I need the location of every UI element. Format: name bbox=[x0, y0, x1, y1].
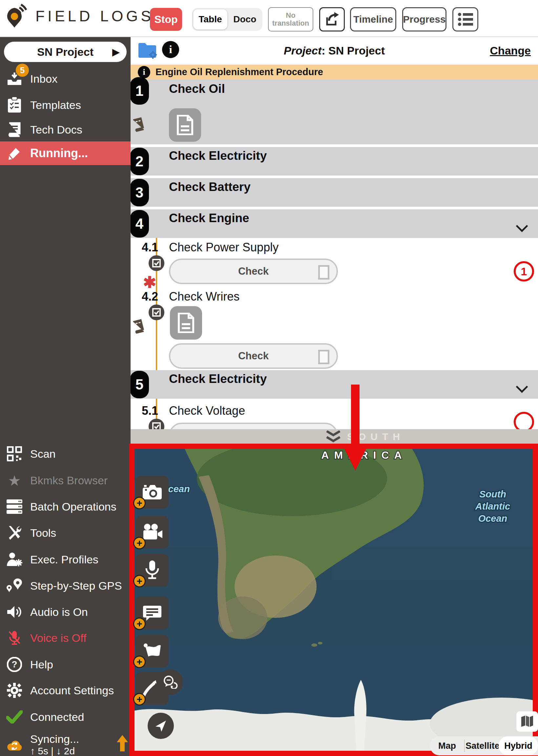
add-audio-button[interactable]: + bbox=[136, 554, 169, 587]
map-canvas[interactable]: AMERICA South Atlantic Ocean Ocean bbox=[134, 449, 533, 751]
substep-title: Check Power Supply bbox=[169, 241, 279, 254]
cloud-sync-icon bbox=[6, 738, 23, 751]
navigation-arrow-icon bbox=[154, 719, 167, 732]
document-icon bbox=[178, 313, 194, 333]
progress-button[interactable]: Progress bbox=[402, 7, 447, 31]
checkbox-icon[interactable] bbox=[318, 265, 329, 280]
star-icon: ★ bbox=[6, 472, 23, 489]
mic-off-icon bbox=[6, 630, 23, 645]
banner-title: Engine Oil Replenishment Procedure bbox=[155, 67, 323, 78]
sidebar-item-label: Scan bbox=[30, 448, 56, 460]
satellite-map[interactable]: AMERICA South Atlantic Ocean Ocean bbox=[134, 449, 533, 751]
svg-text:?: ? bbox=[12, 659, 17, 670]
substep-number: 4.2 bbox=[142, 290, 158, 303]
substep-check-type-icon bbox=[149, 304, 164, 320]
no-translation-button[interactable]: No translation bbox=[268, 7, 313, 31]
step-number-badge: 3 bbox=[130, 179, 149, 206]
speech-bubble-icon bbox=[163, 675, 178, 689]
step-row-5[interactable]: Check Electricity bbox=[131, 370, 538, 399]
plus-icon: + bbox=[133, 537, 146, 549]
double-chevron-down-icon[interactable] bbox=[324, 430, 343, 444]
step-row-3[interactable]: Check Battery bbox=[131, 178, 538, 207]
add-video-button[interactable]: + bbox=[136, 516, 169, 549]
add-photo-button[interactable]: + bbox=[136, 476, 169, 509]
checkbox-icon[interactable] bbox=[318, 350, 329, 364]
procedure-banner: i Engine Oil Replenishment Procedure bbox=[131, 65, 538, 80]
timeline-button[interactable]: Timeline bbox=[350, 7, 396, 31]
step1-doc-button[interactable] bbox=[169, 108, 201, 142]
sidebar-item-batch-operations[interactable]: Batch Operations bbox=[6, 496, 117, 517]
sidebar-item-exec-profiles[interactable]: Exec. Profiles bbox=[6, 549, 98, 570]
sidebar-item-voice[interactable]: Voice is Off bbox=[6, 627, 86, 648]
attention-arrow-head bbox=[345, 449, 366, 470]
step-row-4[interactable]: Check Engine bbox=[131, 209, 538, 238]
syncing-label: Syncing... bbox=[30, 733, 79, 745]
sidebar-item-label: Audio is On bbox=[30, 606, 88, 619]
bulleted-list-icon bbox=[458, 12, 473, 27]
view-toggle[interactable]: Table Doco bbox=[192, 8, 262, 31]
sidebar-item-step-gps[interactable]: Step-by-Step GPS bbox=[6, 575, 122, 596]
substep-title: Check Wrires bbox=[169, 290, 240, 303]
connected-check-icon bbox=[6, 710, 23, 724]
share-icon bbox=[324, 12, 340, 27]
sidebar-item-running[interactable]: Running... bbox=[0, 141, 131, 165]
sidebar-item-tools[interactable]: Tools bbox=[6, 522, 56, 543]
sidebar-item-label: Templates bbox=[30, 99, 81, 112]
camera-icon bbox=[142, 484, 162, 500]
flag-icon bbox=[143, 643, 161, 659]
list-view-button[interactable] bbox=[453, 7, 478, 31]
my-location-button[interactable] bbox=[148, 713, 174, 739]
project-bar: i Project: SN Project Change bbox=[131, 37, 538, 65]
tools-icon bbox=[6, 525, 23, 540]
view-toggle-doco[interactable]: Doco bbox=[227, 14, 263, 25]
speaker-icon bbox=[6, 605, 23, 619]
share-button[interactable] bbox=[319, 7, 345, 31]
step-row-2[interactable]: Check Electricity bbox=[131, 147, 538, 176]
plus-icon: + bbox=[133, 497, 146, 509]
map-type-map[interactable]: Map bbox=[430, 741, 464, 751]
sidebar-item-tech-docs[interactable]: Tech Docs bbox=[6, 119, 82, 140]
sidebar-project-selector[interactable]: SN Project ▶ bbox=[4, 42, 127, 62]
chat-bubble-bump[interactable] bbox=[157, 670, 183, 695]
sidebar-item-templates[interactable]: Templates bbox=[6, 94, 81, 116]
sidebar-item-label: Running... bbox=[30, 146, 88, 160]
chevron-down-icon[interactable] bbox=[516, 220, 528, 232]
plus-icon: + bbox=[133, 618, 146, 630]
sidebar-item-account-settings[interactable]: Account Settings bbox=[6, 680, 114, 701]
sidebar-item-inbox[interactable]: Inbox 5 bbox=[6, 68, 57, 89]
batch-stack-icon bbox=[6, 499, 23, 514]
map-collapse-bar[interactable]: SOUTH bbox=[131, 429, 538, 444]
step-row-1[interactable]: Check Oil bbox=[131, 80, 538, 144]
sidebar-item-label: Tech Docs bbox=[30, 123, 82, 136]
map-type-selector[interactable]: Map Satellite Hybrid bbox=[430, 736, 538, 755]
sidebar-item-audio[interactable]: Audio is On bbox=[6, 601, 88, 622]
sidebar-item-help[interactable]: ? Help bbox=[6, 654, 53, 675]
help-icon: ? bbox=[6, 657, 23, 672]
project-expand-icon: ▶ bbox=[112, 47, 119, 57]
step-title: Check Electricity bbox=[169, 372, 267, 386]
change-project-link[interactable]: Change bbox=[490, 44, 531, 57]
check-button-4-2[interactable]: Check bbox=[169, 343, 338, 369]
plus-icon: + bbox=[133, 656, 146, 668]
folded-map-icon bbox=[521, 716, 534, 728]
sidebar-item-connected: Connected bbox=[6, 706, 84, 728]
step-number-badge: 1 bbox=[130, 77, 149, 105]
map-layers-button[interactable] bbox=[516, 711, 538, 732]
step4-2-doc-button[interactable] bbox=[170, 306, 202, 340]
map-type-hybrid[interactable]: Hybrid bbox=[499, 736, 538, 755]
add-flag-button[interactable]: + bbox=[136, 635, 169, 668]
add-note-button[interactable]: + bbox=[136, 597, 169, 629]
video-camera-icon bbox=[142, 524, 162, 541]
chevron-down-icon[interactable] bbox=[516, 381, 528, 393]
highlighted-map-region[interactable]: AMERICA South Atlantic Ocean Ocean + + + bbox=[129, 444, 538, 756]
stop-button[interactable]: Stop bbox=[150, 8, 182, 31]
map-type-satellite[interactable]: Satellite bbox=[465, 741, 500, 751]
add-sketch-button[interactable]: + bbox=[136, 672, 169, 705]
sidebar-item-scan[interactable]: Scan bbox=[6, 443, 56, 464]
plus-icon: + bbox=[133, 693, 146, 705]
microphone-icon bbox=[144, 561, 160, 580]
check-button-4-1[interactable]: Check bbox=[169, 258, 338, 284]
view-toggle-table[interactable]: Table bbox=[193, 9, 227, 29]
app-brand: FIELD LOGS ◀ bbox=[6, 3, 174, 29]
syncing-stats: ↑ 5s | ↓ 2d bbox=[30, 745, 79, 756]
